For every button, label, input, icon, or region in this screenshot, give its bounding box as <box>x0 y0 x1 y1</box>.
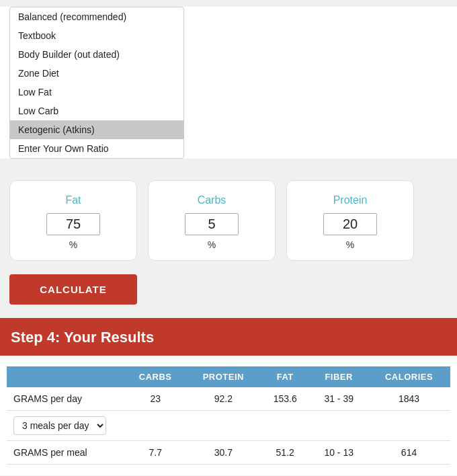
diet-dropdown-section: Balanced (recommended)TextbookBody Build… <box>0 7 457 159</box>
results-col-fiber: FIBER <box>310 366 368 387</box>
diet-option[interactable]: Balanced (recommended) <box>10 7 183 26</box>
diet-option[interactable]: Ketogenic (Atkins) <box>10 120 183 139</box>
per-meal-row: GRAMS per meal 7.7 30.7 51.2 10 - 13 614 <box>7 441 450 465</box>
meals-per-day-row: 1 meal per day2 meals per day3 meals per… <box>7 411 450 441</box>
protein-unit: % <box>346 239 354 250</box>
per-meal-label: GRAMS per meal <box>7 441 124 465</box>
meals-select-cell[interactable]: 1 meal per day2 meals per day3 meals per… <box>7 411 450 441</box>
fat-unit: % <box>69 239 77 250</box>
carbs-input[interactable] <box>185 213 239 235</box>
diet-option[interactable]: Textbook <box>10 26 183 45</box>
results-col-fat: FAT <box>260 366 310 387</box>
calculate-section: CALCULATE <box>0 274 457 318</box>
per-day-carbs: 23 <box>124 387 187 411</box>
diet-option[interactable]: Zone Diet <box>10 64 183 83</box>
meals-per-day-select[interactable]: 1 meal per day2 meals per day3 meals per… <box>13 416 106 435</box>
per-meal-calories: 614 <box>368 441 450 465</box>
per-meal-carbs: 7.7 <box>124 441 187 465</box>
results-col-empty <box>7 366 124 387</box>
results-header: Step 4: Your Results <box>0 319 457 356</box>
protein-label: Protein <box>333 194 368 206</box>
results-col-carbs: CARBS <box>124 366 187 387</box>
diet-option[interactable]: Body Builder (out dated) <box>10 45 183 64</box>
carbs-macro-card: Carbs % <box>148 180 276 261</box>
per-meal-protein: 30.7 <box>187 441 261 465</box>
per-day-calories: 1843 <box>368 387 450 411</box>
per-day-label: GRAMS per day <box>7 387 124 411</box>
macros-section: Fat % Carbs % Protein % <box>0 169 457 274</box>
diet-option[interactable]: Enter Your Own Ratio <box>10 139 183 158</box>
results-table: CARBSPROTEINFATFIBERCALORIES GRAMS per d… <box>7 366 450 465</box>
per-meal-fat: 51.2 <box>260 441 310 465</box>
results-heading: Step 4: Your Results <box>11 329 446 346</box>
diet-option[interactable]: Low Fat <box>10 83 183 102</box>
results-col-protein: PROTEIN <box>187 366 261 387</box>
per-day-row: GRAMS per day 23 92.2 153.6 31 - 39 1843 <box>7 387 450 411</box>
per-day-protein: 92.2 <box>187 387 261 411</box>
protein-macro-card: Protein % <box>286 180 414 261</box>
per-day-fat: 153.6 <box>260 387 310 411</box>
fat-label: Fat <box>65 194 81 206</box>
carbs-label: Carbs <box>198 194 226 206</box>
diet-type-list[interactable]: Balanced (recommended)TextbookBody Build… <box>9 7 184 159</box>
carbs-unit: % <box>208 239 216 250</box>
results-table-section: CARBSPROTEINFATFIBERCALORIES GRAMS per d… <box>0 356 457 475</box>
results-col-calories: CALORIES <box>368 366 450 387</box>
fat-input[interactable] <box>46 213 100 235</box>
calculate-button[interactable]: CALCULATE <box>9 274 137 305</box>
per-meal-fiber: 10 - 13 <box>310 441 368 465</box>
per-day-fiber: 31 - 39 <box>310 387 368 411</box>
protein-input[interactable] <box>323 213 377 235</box>
fat-macro-card: Fat % <box>9 180 137 261</box>
diet-option[interactable]: Low Carb <box>10 102 183 120</box>
